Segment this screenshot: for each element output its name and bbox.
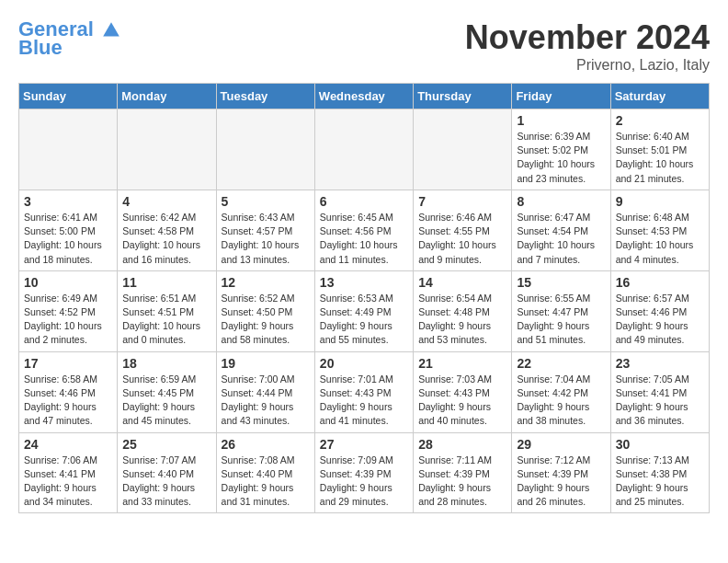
calendar-table: SundayMondayTuesdayWednesdayThursdayFrid… bbox=[18, 83, 710, 513]
day-number: 27 bbox=[320, 437, 408, 452]
calendar-cell: 17Sunrise: 6:58 AM Sunset: 4:46 PM Dayli… bbox=[19, 351, 118, 432]
day-number: 30 bbox=[616, 437, 704, 452]
calendar-cell: 7Sunrise: 6:46 AM Sunset: 4:55 PM Daylig… bbox=[414, 190, 512, 270]
calendar-cell: 14Sunrise: 6:54 AM Sunset: 4:48 PM Dayli… bbox=[414, 270, 512, 351]
day-info: Sunrise: 7:05 AM Sunset: 4:41 PM Dayligh… bbox=[616, 373, 704, 429]
calendar-cell: 30Sunrise: 7:13 AM Sunset: 4:38 PM Dayli… bbox=[610, 432, 709, 513]
day-number: 9 bbox=[616, 194, 704, 209]
logo-icon bbox=[101, 20, 121, 40]
day-info: Sunrise: 6:49 AM Sunset: 4:52 PM Dayligh… bbox=[24, 292, 112, 348]
calendar-cell: 2Sunrise: 6:40 AM Sunset: 5:01 PM Daylig… bbox=[610, 109, 709, 190]
day-info: Sunrise: 7:03 AM Sunset: 4:43 PM Dayligh… bbox=[418, 373, 506, 429]
calendar-cell: 22Sunrise: 7:04 AM Sunset: 4:42 PM Dayli… bbox=[512, 351, 610, 432]
calendar-cell: 4Sunrise: 6:42 AM Sunset: 4:58 PM Daylig… bbox=[118, 190, 216, 270]
day-info: Sunrise: 7:01 AM Sunset: 4:43 PM Dayligh… bbox=[320, 373, 408, 429]
calendar-cell: 21Sunrise: 7:03 AM Sunset: 4:43 PM Dayli… bbox=[414, 351, 512, 432]
day-number: 16 bbox=[616, 275, 704, 290]
day-number: 26 bbox=[222, 437, 310, 452]
day-info: Sunrise: 6:43 AM Sunset: 4:57 PM Dayligh… bbox=[222, 211, 310, 267]
day-number: 3 bbox=[24, 194, 112, 209]
day-number: 20 bbox=[320, 356, 408, 371]
day-number: 21 bbox=[418, 356, 506, 371]
day-number: 17 bbox=[24, 356, 112, 371]
day-number: 6 bbox=[320, 194, 408, 209]
calendar-cell: 28Sunrise: 7:11 AM Sunset: 4:39 PM Dayli… bbox=[414, 432, 512, 513]
weekday-header: Friday bbox=[512, 84, 610, 109]
calendar-cell bbox=[314, 109, 413, 190]
day-number: 11 bbox=[122, 275, 210, 290]
calendar-cell: 11Sunrise: 6:51 AM Sunset: 4:51 PM Dayli… bbox=[118, 270, 216, 351]
calendar-week-row: 1Sunrise: 6:39 AM Sunset: 5:02 PM Daylig… bbox=[19, 109, 710, 190]
day-number: 13 bbox=[320, 275, 408, 290]
page-header: General Blue November 2024 Priverno, Laz… bbox=[18, 18, 710, 74]
day-info: Sunrise: 7:08 AM Sunset: 4:40 PM Dayligh… bbox=[222, 454, 310, 510]
day-number: 18 bbox=[122, 356, 210, 371]
day-info: Sunrise: 6:40 AM Sunset: 5:01 PM Dayligh… bbox=[616, 130, 704, 186]
calendar-cell: 24Sunrise: 7:06 AM Sunset: 4:41 PM Dayli… bbox=[19, 432, 118, 513]
location: Priverno, Lazio, Italy bbox=[465, 57, 710, 74]
calendar-cell: 9Sunrise: 6:48 AM Sunset: 4:53 PM Daylig… bbox=[610, 190, 709, 270]
day-info: Sunrise: 7:04 AM Sunset: 4:42 PM Dayligh… bbox=[517, 373, 605, 429]
day-info: Sunrise: 6:58 AM Sunset: 4:46 PM Dayligh… bbox=[24, 373, 112, 429]
svg-marker-0 bbox=[103, 22, 119, 36]
calendar-cell: 20Sunrise: 7:01 AM Sunset: 4:43 PM Dayli… bbox=[314, 351, 413, 432]
month-title: November 2024 bbox=[465, 18, 710, 57]
weekday-header: Tuesday bbox=[216, 84, 314, 109]
day-info: Sunrise: 6:53 AM Sunset: 4:49 PM Dayligh… bbox=[320, 292, 408, 348]
calendar-cell: 18Sunrise: 6:59 AM Sunset: 4:45 PM Dayli… bbox=[118, 351, 216, 432]
day-info: Sunrise: 7:00 AM Sunset: 4:44 PM Dayligh… bbox=[222, 373, 310, 429]
day-info: Sunrise: 6:57 AM Sunset: 4:46 PM Dayligh… bbox=[616, 292, 704, 348]
day-info: Sunrise: 7:13 AM Sunset: 4:38 PM Dayligh… bbox=[616, 454, 704, 510]
calendar-cell bbox=[19, 109, 118, 190]
calendar-week-row: 17Sunrise: 6:58 AM Sunset: 4:46 PM Dayli… bbox=[19, 351, 710, 432]
calendar-cell bbox=[414, 109, 512, 190]
day-number: 14 bbox=[418, 275, 506, 290]
weekday-header-row: SundayMondayTuesdayWednesdayThursdayFrid… bbox=[19, 84, 710, 109]
calendar-cell bbox=[216, 109, 314, 190]
day-info: Sunrise: 7:09 AM Sunset: 4:39 PM Dayligh… bbox=[320, 454, 408, 510]
calendar-cell: 25Sunrise: 7:07 AM Sunset: 4:40 PM Dayli… bbox=[118, 432, 216, 513]
day-number: 1 bbox=[517, 113, 605, 128]
day-number: 12 bbox=[222, 275, 310, 290]
day-number: 24 bbox=[24, 437, 112, 452]
calendar-cell: 27Sunrise: 7:09 AM Sunset: 4:39 PM Dayli… bbox=[314, 432, 413, 513]
day-number: 10 bbox=[24, 275, 112, 290]
calendar-week-row: 3Sunrise: 6:41 AM Sunset: 5:00 PM Daylig… bbox=[19, 190, 710, 270]
calendar-cell: 23Sunrise: 7:05 AM Sunset: 4:41 PM Dayli… bbox=[610, 351, 709, 432]
day-number: 8 bbox=[517, 194, 605, 209]
weekday-header: Monday bbox=[118, 84, 216, 109]
weekday-header: Wednesday bbox=[314, 84, 413, 109]
calendar-cell: 8Sunrise: 6:47 AM Sunset: 4:54 PM Daylig… bbox=[512, 190, 610, 270]
calendar-cell: 26Sunrise: 7:08 AM Sunset: 4:40 PM Dayli… bbox=[216, 432, 314, 513]
day-number: 5 bbox=[222, 194, 310, 209]
day-info: Sunrise: 7:06 AM Sunset: 4:41 PM Dayligh… bbox=[24, 454, 112, 510]
calendar-cell bbox=[118, 109, 216, 190]
day-number: 7 bbox=[418, 194, 506, 209]
day-number: 25 bbox=[122, 437, 210, 452]
weekday-header: Saturday bbox=[610, 84, 709, 109]
day-info: Sunrise: 6:39 AM Sunset: 5:02 PM Dayligh… bbox=[517, 130, 605, 186]
calendar-cell: 5Sunrise: 6:43 AM Sunset: 4:57 PM Daylig… bbox=[216, 190, 314, 270]
calendar-week-row: 24Sunrise: 7:06 AM Sunset: 4:41 PM Dayli… bbox=[19, 432, 710, 513]
day-number: 22 bbox=[517, 356, 605, 371]
logo: General Blue bbox=[18, 18, 121, 59]
day-info: Sunrise: 6:59 AM Sunset: 4:45 PM Dayligh… bbox=[122, 373, 210, 429]
day-number: 19 bbox=[222, 356, 310, 371]
day-number: 23 bbox=[616, 356, 704, 371]
calendar-week-row: 10Sunrise: 6:49 AM Sunset: 4:52 PM Dayli… bbox=[19, 270, 710, 351]
day-info: Sunrise: 6:45 AM Sunset: 4:56 PM Dayligh… bbox=[320, 211, 408, 267]
calendar-cell: 12Sunrise: 6:52 AM Sunset: 4:50 PM Dayli… bbox=[216, 270, 314, 351]
calendar-cell: 6Sunrise: 6:45 AM Sunset: 4:56 PM Daylig… bbox=[314, 190, 413, 270]
day-number: 2 bbox=[616, 113, 704, 128]
title-block: November 2024 Priverno, Lazio, Italy bbox=[465, 18, 710, 74]
calendar-cell: 16Sunrise: 6:57 AM Sunset: 4:46 PM Dayli… bbox=[610, 270, 709, 351]
calendar-cell: 15Sunrise: 6:55 AM Sunset: 4:47 PM Dayli… bbox=[512, 270, 610, 351]
calendar-cell: 13Sunrise: 6:53 AM Sunset: 4:49 PM Dayli… bbox=[314, 270, 413, 351]
day-info: Sunrise: 6:42 AM Sunset: 4:58 PM Dayligh… bbox=[122, 211, 210, 267]
day-info: Sunrise: 6:51 AM Sunset: 4:51 PM Dayligh… bbox=[122, 292, 210, 348]
day-info: Sunrise: 7:07 AM Sunset: 4:40 PM Dayligh… bbox=[122, 454, 210, 510]
day-info: Sunrise: 7:12 AM Sunset: 4:39 PM Dayligh… bbox=[517, 454, 605, 510]
day-number: 15 bbox=[517, 275, 605, 290]
calendar-cell: 1Sunrise: 6:39 AM Sunset: 5:02 PM Daylig… bbox=[512, 109, 610, 190]
calendar-cell: 19Sunrise: 7:00 AM Sunset: 4:44 PM Dayli… bbox=[216, 351, 314, 432]
